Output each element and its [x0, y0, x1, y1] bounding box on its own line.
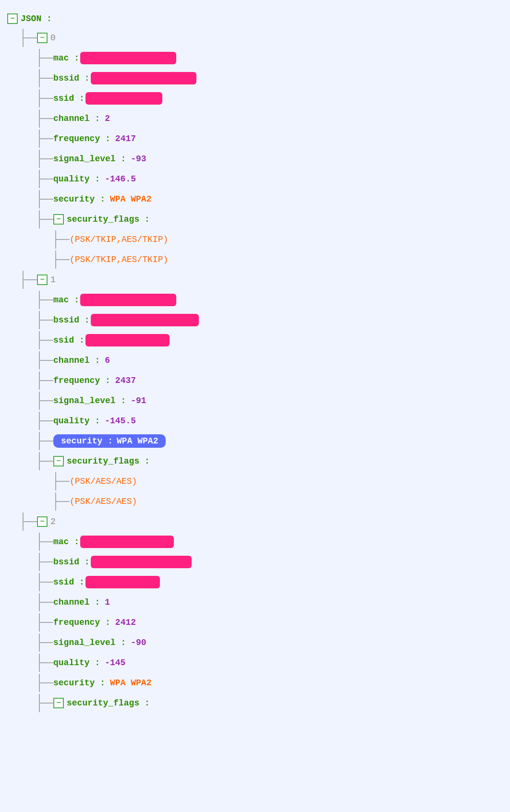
entry-2-secflags-row: − security_flags : [39, 693, 503, 713]
entry-1-freq-row: frequency : 2437 [39, 370, 503, 391]
entry-0-ssid-value [85, 92, 162, 105]
entry-0-secflag-1-val: (PSK/TKIP,AES/TKIP) [70, 255, 168, 264]
entry-0-freq-row: frequency : 2417 [39, 129, 503, 149]
entry-1-bssid-value [91, 314, 199, 326]
root-toggle[interactable]: − [7, 13, 18, 24]
entry-0-mac-value [80, 52, 176, 64]
entry-0-secflags-toggle[interactable]: − [53, 214, 64, 225]
entry-1-secflag-1-val: (PSK/AES/AES) [70, 497, 137, 506]
entry-1-secflag-1: (PSK/AES/AES) [55, 491, 503, 512]
entry-1-header: − 1 [23, 270, 503, 290]
entry-1-channel-val: 6 [105, 356, 110, 365]
hline-0 [24, 37, 37, 38]
entry-1-bssid-row: bssid : [39, 310, 503, 330]
entry-2-signal-val: -90 [131, 638, 146, 647]
entry-2-index: 2 [50, 517, 56, 526]
entry-2-signal-key: signal_level : [53, 638, 126, 647]
entry-2-quality-key: quality : [53, 658, 100, 668]
entry-2-ssid-value [85, 576, 160, 588]
root-label: JSON : [21, 14, 52, 24]
entry-0-index: 0 [50, 33, 56, 43]
entry-0-secflags-row: − security_flags : [39, 209, 503, 229]
entry-1-channel-key: channel : [53, 356, 100, 365]
entry-2-channel-row: channel : 1 [39, 592, 503, 612]
entry-2-bssid-key: bssid : [53, 557, 90, 567]
entry-0-secflags-items: (PSK/TKIP,AES/TKIP) (PSK/TKIP,AES/TKIP) [39, 229, 503, 270]
entry-0-secflag-0: (PSK/TKIP,AES/TKIP) [55, 229, 503, 250]
entry-1-bssid-key: bssid : [53, 315, 90, 325]
entry-2-secflags-toggle[interactable]: − [53, 698, 64, 708]
entry-1-security-val: WPA WPA2 [117, 436, 158, 446]
entry-2-toggle[interactable]: − [37, 516, 48, 527]
entry-0-header: − 0 [23, 28, 503, 48]
entry-2-quality-row: quality : -145 [39, 653, 503, 673]
entry-0-mac-row: mac : [39, 48, 503, 68]
entry-2-bssid-value [91, 556, 192, 568]
entry-2-security-val: WPA WPA2 [110, 678, 151, 688]
entry-1-security-selected: security : WPA WPA2 [53, 434, 166, 448]
entry-1: − 1 mac : bssid : ssid : [7, 270, 503, 512]
entry-2-ssid-row: ssid : [39, 572, 503, 592]
entry-2-ssid-key: ssid : [53, 577, 85, 587]
entry-1-mac-key: mac : [53, 295, 79, 305]
entry-1-ssid-row: ssid : [39, 330, 503, 350]
entry-2-security-key: security : [53, 678, 105, 688]
entry-2-mac-key: mac : [53, 537, 79, 547]
entry-2-header: − 2 [23, 512, 503, 532]
entry-1-ssid-value [85, 334, 170, 346]
entry-1-mac-row: mac : [39, 290, 503, 310]
entry-1-quality-key: quality : [53, 416, 100, 426]
entry-0-secflag-1: (PSK/TKIP,AES/TKIP) [55, 250, 503, 270]
entry-2-mac-value [80, 536, 174, 548]
entry-0-bssid-value [91, 72, 196, 84]
entry-2-freq-key: frequency : [53, 618, 110, 627]
entry-1-freq-key: frequency : [53, 376, 110, 385]
entry-1-mac-value [80, 294, 176, 306]
entry-0-channel-key: channel : [53, 114, 100, 123]
entry-2: − 2 mac : bssid : ssid : [7, 512, 503, 713]
entry-0-freq-val: 2417 [115, 134, 136, 143]
entry-1-signal-key: signal_level : [53, 396, 126, 406]
entry-1-ssid-key: ssid : [53, 335, 85, 345]
entry-0-ssid-row: ssid : [39, 88, 503, 108]
entry-0-secflag-0-val: (PSK/TKIP,AES/TKIP) [70, 235, 168, 244]
entry-1-channel-row: channel : 6 [39, 350, 503, 370]
entry-0-toggle[interactable]: − [37, 33, 48, 43]
entry-2-freq-row: frequency : 2412 [39, 612, 503, 633]
entry-0-fields: mac : bssid : ssid : chann [23, 48, 503, 270]
entry-0-security-row: security : WPA WPA2 [39, 189, 503, 209]
entry-2-secflags-key: security_flags : [67, 698, 150, 708]
entry-2-channel-key: channel : [53, 597, 100, 607]
entry-0-quality-key: quality : [53, 174, 100, 184]
entry-2-security-row: security : WPA WPA2 [39, 673, 503, 693]
entry-2-channel-val: 1 [105, 597, 110, 607]
entry-1-secflags-items: (PSK/AES/AES) (PSK/AES/AES) [39, 471, 503, 512]
entry-2-fields: mac : bssid : ssid : chann [23, 532, 503, 713]
entry-1-secflags-toggle[interactable]: − [53, 456, 64, 466]
entry-0-signal-val: -93 [131, 154, 146, 164]
entry-0-security-val: WPA WPA2 [110, 194, 151, 204]
entry-0-signal-key: signal_level : [53, 154, 126, 164]
entry-0-signal-row: signal_level : -93 [39, 149, 503, 169]
entry-1-toggle[interactable]: − [37, 275, 48, 285]
entry-1-secflag-0: (PSK/AES/AES) [55, 471, 503, 491]
entry-0-ssid-key: ssid : [53, 94, 85, 103]
entry-0-quality-val: -146.5 [105, 174, 136, 184]
entry-1-quality-row: quality : -145.5 [39, 411, 503, 431]
entry-1-secflags-row: − security_flags : [39, 451, 503, 471]
entry-1-fields: mac : bssid : ssid : chann [23, 290, 503, 512]
entry-2-bssid-row: bssid : [39, 552, 503, 572]
root-row: − JSON : [7, 10, 503, 28]
entry-2-quality-val: -145 [105, 658, 125, 668]
entry-0-channel-val: 2 [105, 114, 110, 123]
entry-1-signal-val: -91 [131, 396, 146, 406]
entry-0-freq-key: frequency : [53, 134, 110, 143]
entry-1-secflag-0-val: (PSK/AES/AES) [70, 477, 137, 486]
entry-2-mac-row: mac : [39, 532, 503, 552]
entry-1-security-row[interactable]: security : WPA WPA2 [39, 431, 503, 451]
entry-1-signal-row: signal_level : -91 [39, 391, 503, 411]
entry-0-mac-key: mac : [53, 53, 79, 63]
entry-2-freq-val: 2412 [115, 618, 136, 627]
entry-0-bssid-row: bssid : [39, 68, 503, 88]
entry-1-secflags-key: security_flags : [67, 456, 150, 466]
